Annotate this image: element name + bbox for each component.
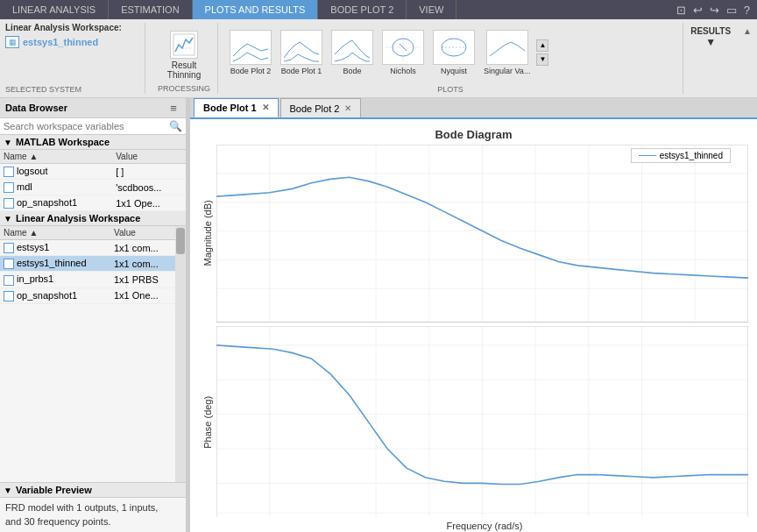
matlab-row-op-snapshot1[interactable]: op_snapshot1 1x1 Ope... [0,195,186,211]
matlab-row-logsout[interactable]: logsout [ ] [0,164,186,180]
chart-tab-bode-plot-1[interactable]: Bode Plot 1 ✕ [194,98,279,117]
chart-tab-bode-plot-2-close[interactable]: ✕ [344,104,351,113]
redo-icon[interactable]: ↪ [708,4,721,17]
save-icon[interactable]: ⊡ [675,4,688,17]
plot-bode-label: Bode [343,67,362,75]
result-thinning-button[interactable]: ResultThinning [161,26,207,84]
matlab-row-op-name: op_snapshot1 [0,195,112,211]
ribbon-plots-section: Bode Plot 2 Bode Plot 1 [223,23,677,94]
plot-bode-plot-1-button[interactable]: Bode Plot 1 [278,27,325,78]
data-browser-header: Data Browser ≡ [0,98,186,118]
preview-arrow-icon: ▼ [4,486,12,495]
results-button[interactable]: RESULTS ▼ [683,23,738,94]
linear-scrollbar[interactable] [175,226,186,482]
matlab-workspace-label: MATLAB Workspace [16,137,110,147]
undo-icon[interactable]: ↩ [691,4,704,17]
data-browser-menu-icon[interactable]: ≡ [166,101,180,115]
matlab-row-mdl-name: mdl [0,180,112,195]
chart-tab-bode-plot-2[interactable]: Bode Plot 2 ✕ [280,98,362,117]
result-thinning-label: ResultThinning [167,60,201,80]
chart-container: Bode Plot 1 ✕ Bode Plot 2 ✕ Bode Diagram… [190,98,757,532]
processing-label: PROCESSING [158,84,210,93]
results-label: RESULTS [690,26,731,36]
linear-row-thinned-value: 1x1 com... [110,256,175,272]
plot-nichols-button[interactable]: Nichols [379,27,427,78]
linear-workspace-header[interactable]: ▼ Linear Analysis Workspace [0,211,186,226]
phase-chart-row: Phase (deg) [199,326,748,518]
chart-tab-bode-plot-1-label: Bode Plot 1 [203,103,257,113]
tab-plots-results[interactable]: PLOTS AND RESULTS [193,0,319,19]
search-bar: 🔍 [0,118,186,135]
chart-tab-bode-plot-1-close[interactable]: ✕ [262,103,269,112]
variable-preview-header: ▼ Variable Preview [0,483,186,498]
sidebar: Data Browser ≡ 🔍 ▼ MATLAB Workspace Name… [0,98,187,532]
tab-linear-analysis[interactable]: LINEAR ANALYSIS [0,0,109,19]
search-icon: 🔍 [169,120,182,132]
selected-system-row: ▦ estsys1_thinned [5,36,138,48]
matlab-workspace-header[interactable]: ▼ MATLAB Workspace [0,135,186,150]
results-arrow-icon: ▼ [705,36,716,48]
x-axis-label-text: Frequency (rad/s) [447,521,523,531]
svg-rect-2 [231,32,270,63]
help-icon[interactable]: ? [742,4,752,17]
plots-scroll-down[interactable]: ▼ [536,53,548,66]
data-browser-label: Data Browser [5,103,67,113]
linear-section-arrow-icon: ▼ [4,214,12,223]
linear-row-op-snapshot1[interactable]: op_snapshot1 1x1 One... [0,287,175,303]
result-thinning-icon [170,31,198,59]
plot-nyquist-label: Nyquist [441,67,467,75]
linear-workspace-label: Linear Analysis Workspace [16,213,140,223]
ribbon-collapse-button[interactable]: ▲ [743,23,752,94]
bode-diagram: Bode Diagram estsys1_thinned Magnitude (… [190,119,757,532]
linear-value-header: Value [110,226,175,240]
window-icon[interactable]: ▭ [725,4,739,17]
selected-system-label: SELECTED SYSTEM [5,85,138,94]
var-icon [4,259,14,269]
svg-rect-3 [282,32,321,63]
linear-row-estsys1[interactable]: estsys1 1x1 com... [0,240,175,256]
var-icon [4,275,14,286]
var-icon [4,167,14,177]
tab-bar: Bode Plot 1 ✕ Bode Plot 2 ✕ [190,98,757,119]
chart-legend: estsys1_thinned [631,148,731,163]
legend-line-icon [639,155,656,156]
tab-bode-plot-2[interactable]: BODE PLOT 2 [318,0,407,19]
plot-bode-button[interactable]: Bode [329,27,376,78]
tab-estimation[interactable]: ESTIMATION [109,0,192,19]
plot-singular-button[interactable]: Singular Va... [481,27,533,78]
system-icon: ▦ [5,36,19,48]
magnitude-chart-row: Magnitude (dB) [199,145,748,323]
top-nav-bar: LINEAR ANALYSIS ESTIMATION PLOTS AND RES… [0,0,757,19]
linear-row-op-value: 1x1 One... [110,287,175,303]
plot-singular-thumb [486,30,528,65]
matlab-row-logsout-name: logsout [0,164,112,180]
variable-preview-label: Variable Preview [16,485,92,495]
matlab-section-arrow-icon: ▼ [4,138,12,147]
variable-preview-section: ▼ Variable Preview FRD model with 1 outp… [0,482,186,532]
charts-wrapper: estsys1_thinned Magnitude (dB) [199,145,748,532]
ribbon-collapse-icon[interactable]: ▲ [743,26,752,36]
plot-bode-plot-2-button[interactable]: Bode Plot 2 [227,27,274,78]
tab-view[interactable]: VIEW [407,0,456,19]
linear-row-prbs-name: in_prbs1 [0,272,110,287]
plot-bode-plot-2-thumb [230,30,272,65]
linear-scrollbar-thumb[interactable] [176,228,185,254]
top-nav-actions: ⊡ ↩ ↪ ▭ ? [675,0,757,19]
selected-system-name[interactable]: estsys1_thinned [23,37,98,47]
linear-row-estsys1-thinned[interactable]: estsys1_thinned 1x1 com... [0,256,175,272]
x-axis-label: Frequency (rad/s) [199,519,748,532]
plot-nichols-label: Nichols [390,67,416,75]
plot-nyquist-button[interactable]: Nyquist [430,27,478,78]
phase-svg: 0 -45 -90 -135 -180 -225 10² 10³ 10⁴ [216,326,748,518]
plot-nichols-thumb [382,30,424,65]
var-icon [4,182,14,193]
matlab-row-mdl-value: 'scdboos... [112,180,186,195]
linear-row-in-prbs1[interactable]: in_prbs1 1x1 PRBS [0,272,175,287]
matlab-row-mdl[interactable]: mdl 'scdboos... [0,180,186,195]
var-icon [4,198,14,209]
plots-scroll-up[interactable]: ▲ [536,39,548,52]
search-input[interactable] [4,121,169,131]
linear-row-thinned-name: estsys1_thinned [0,256,110,272]
magnitude-chart-svg-wrapper: 60 40 20 0 -20 [216,145,748,323]
content-area: Data Browser ≡ 🔍 ▼ MATLAB Workspace Name… [0,98,757,532]
